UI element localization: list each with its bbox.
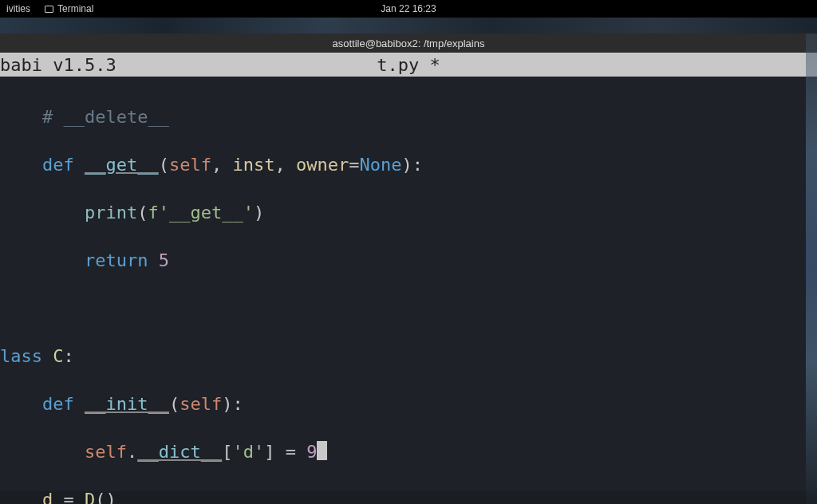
code-line: d = D() [0,488,817,504]
code-line: def __get__(self, inst, owner=None): [0,153,817,177]
window-title: asottile@babibox2: /tmp/explains [333,37,485,49]
code-line: return 5 [0,249,817,273]
editor-filename: t.py * [377,55,440,75]
code-line: print(f'__get__') [0,201,817,225]
code-line: lass C: [0,345,817,368]
window-titlebar[interactable]: asottile@babibox2: /tmp/explains [0,33,817,53]
code-line [0,297,817,321]
activities-button[interactable]: ivities [6,3,30,14]
editor-app-version: babi v1.5.3 [0,55,116,75]
terminal-menu[interactable]: Terminal [45,3,93,14]
gnome-topbar: ivities Terminal Jan 22 16:23 [0,0,817,18]
background-strip [0,18,817,33]
code-line: def __init__(self): [0,392,817,416]
code-line: self.__dict__['d'] = 9 [0,440,817,464]
background-edge [806,33,817,504]
terminal-icon [45,6,53,13]
editor-statusbar: babi v1.5.3 t.py * [0,53,817,77]
terminal-label: Terminal [57,3,93,14]
text-cursor [317,441,327,460]
clock[interactable]: Jan 22 16:23 [381,3,436,14]
code-line: # __delete__ [0,105,817,129]
code-editor[interactable]: # __delete__ def __get__(self, inst, own… [0,77,817,491]
